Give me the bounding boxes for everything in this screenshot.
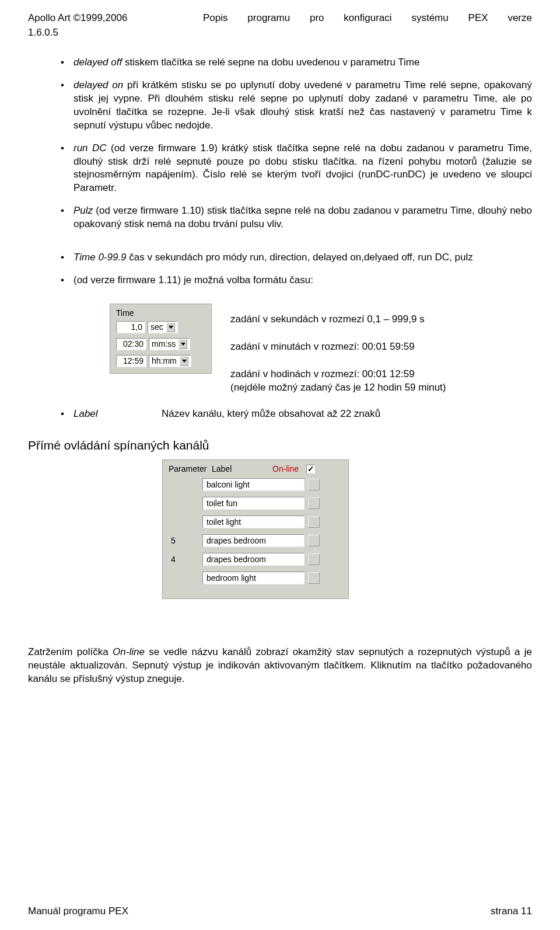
label-desc: Název kanálu, který může obsahovat až 22… [162,408,380,419]
bullet-text: čas v sekundách pro módy run, direction,… [129,252,473,263]
list-item: run DC (od verze firmware 1.9) krátký st… [57,142,532,196]
time-unit-text: mm:ss [152,339,176,349]
bullet-range: 0-99.9 [98,252,126,263]
time-format-block: Time 1,0sec02:30mm:ss12:59hh:mm zadání v… [57,304,532,395]
param-value: 4 [169,554,199,565]
list-item: Time 0-99.9 čas v sekundách pro módy run… [57,251,532,264]
bullet-text: (od verze firmware 1.9) krátký stisk tla… [74,142,532,194]
list-item: (od verze firmware 1.11) je možná volba … [57,274,532,287]
bullet-text: (od verze firmware 1.10) stisk tlačítka … [74,205,532,229]
channel-label-input[interactable]: bedroom light [202,572,304,584]
time-unit-text: hh:mm [152,356,177,366]
bullet-list-2: Time 0-99.9 čas v sekundách pro módy run… [57,251,532,287]
main-content: delayed off stiskem tlačítka se relé sep… [28,56,532,421]
list-item: delayed on při krátkém stisku se po uply… [57,79,532,133]
footer-right: strana 11 [491,905,532,918]
channel-label-input[interactable]: balconi light [202,478,304,491]
table-row: toilet fun [169,497,342,510]
bottom-paragraph: Zatržením políčka On-line se vedle názvu… [28,646,532,686]
table-row: 4drapes bedroom [169,553,342,566]
col-parameter: Parameter [169,464,212,475]
table-row: 5drapes bedroom [169,534,342,547]
channels-panel: Parameter Label On-line balconi lighttoi… [162,459,349,599]
time-unit-select[interactable]: sec [148,321,178,333]
channel-state-button[interactable] [308,535,320,546]
header-version: 1.6.0.5 [28,26,532,40]
section-heading: Přímé ovládání spínaných kanálů [28,437,532,454]
col-label: Label [212,464,272,475]
bullet-lead: delayed on [74,79,123,90]
channel-label-input[interactable]: toilet light [202,515,304,528]
channel-state-button[interactable] [308,516,320,528]
chevron-down-icon[interactable] [178,339,187,349]
time-unit-text: sec [150,322,163,332]
time-value-input[interactable]: 02:30 [116,338,146,350]
channel-label-input[interactable]: drapes bedroom [202,534,304,547]
time-row: 1,0sec [116,321,205,333]
channel-state-button[interactable] [308,479,320,490]
list-item: delayed off stiskem tlačítka se relé sep… [57,56,532,69]
time-value-input[interactable]: 1,0 [116,321,145,333]
header-center: Popis programu pro konfiguraci systému P… [203,12,532,25]
table-row: balconi light [169,478,342,491]
chevron-down-icon[interactable] [166,322,175,332]
bullet-lead: Time [74,252,96,263]
footer-left: Manuál programu PEX [28,905,128,918]
online-word: On-line [113,646,145,657]
online-note-prefix: Zatržením políčka [28,646,113,657]
time-desc-line: zadání v hodinách v rozmezí: 00:01 12:59… [230,368,532,395]
col-online: On-line [272,464,306,475]
channel-label-input[interactable]: drapes bedroom [202,553,304,566]
bullet-lead: Pulz [74,205,93,216]
time-value-input[interactable]: 12:59 [116,355,146,367]
time-row: 02:30mm:ss [116,338,205,350]
label-bullet: Label Název kanálu, který může obsahovat… [57,407,532,421]
channel-state-button[interactable] [308,572,320,584]
time-desc-line: zadání v sekundách v rozmezí 0,1 – 999,9… [230,313,532,326]
label-lead: Label [74,408,98,419]
time-unit-select[interactable]: hh:mm [149,355,191,367]
bullet-list-1: delayed off stiskem tlačítka se relé sep… [57,56,532,231]
table-row: toilet light [169,515,342,528]
bullet-text: stiskem tlačítka se relé sepne na dobu u… [125,57,420,68]
bullet-text: při krátkém stisku se po uplynutí doby u… [74,79,532,131]
bullet-lead: run DC [74,142,107,154]
online-checkbox[interactable] [306,465,315,473]
doc-header: Apollo Art ©1999,2006 Popis programu pro… [28,12,532,25]
time-unit-select[interactable]: mm:ss [149,338,190,350]
time-row: 12:59hh:mm [116,355,205,367]
channel-state-button[interactable] [308,553,320,565]
list-item: Pulz (od verze firmware 1.10) stisk tlač… [57,204,532,231]
bullet-lead: delayed off [74,57,122,68]
channels-header: Parameter Label On-line [169,464,342,475]
header-left: Apollo Art ©1999,2006 [28,12,203,25]
bullet-text: (od verze firmware 1.11) je možná volba … [74,274,313,285]
time-panel: Time 1,0sec02:30mm:ss12:59hh:mm [110,304,212,374]
table-row: bedroom light [169,572,342,584]
time-panel-title: Time [116,308,205,319]
chevron-down-icon[interactable] [180,356,188,366]
time-desc-line: zadání v minutách v rozmezí: 00:01 59:59 [230,340,532,354]
page-footer: Manuál programu PEX strana 11 [28,905,532,918]
channel-state-button[interactable] [308,497,320,509]
list-item: Label Název kanálu, který může obsahovat… [57,407,532,421]
channel-label-input[interactable]: toilet fun [202,497,304,510]
param-value: 5 [169,535,199,546]
time-descriptions: zadání v sekundách v rozmezí 0,1 – 999,9… [230,304,532,395]
